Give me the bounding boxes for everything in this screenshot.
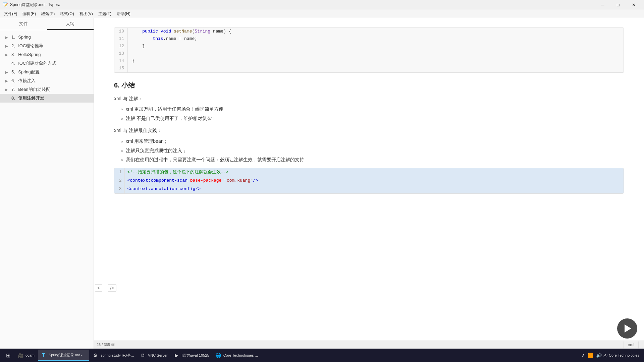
xml-line-code-1: <!--指定要扫描的包，这个包下的注解就会生效--> bbox=[124, 168, 624, 177]
menu-view[interactable]: 视图(V) bbox=[77, 10, 96, 17]
menu-paragraph[interactable]: 段落(P) bbox=[39, 10, 57, 17]
xml-line-num-1: 1 bbox=[114, 168, 124, 177]
tray-volume-icon[interactable]: 🔊 bbox=[595, 352, 602, 359]
menu-edit[interactable]: 编辑(E) bbox=[20, 10, 39, 17]
outline-label-1: 1、Spring bbox=[11, 34, 31, 40]
start-button[interactable]: ⊞ bbox=[2, 349, 14, 361]
arrow-icon-6: ▶ bbox=[5, 79, 9, 83]
xml-line-num-2: 2 bbox=[114, 177, 124, 185]
outline-label-4: 4、IOC创建对象的方式 bbox=[11, 60, 56, 66]
menu-theme[interactable]: 主题(T) bbox=[96, 10, 114, 17]
java-label: [西方java] 19525 bbox=[182, 353, 209, 358]
tab-file[interactable]: 文件 bbox=[0, 18, 47, 30]
tab-outline[interactable]: 大纲 bbox=[47, 18, 94, 30]
sidebar-tabs: 文件 大纲 bbox=[0, 18, 94, 30]
bullet-item-2-3: 我们在使用的过程中，只需要注意一个问题：必须让注解生效，就需要开启注解的支持 bbox=[121, 156, 624, 164]
outline-label-7: 7、Bean的自动装配 bbox=[11, 86, 50, 93]
bullet-list-1: xml 更加万能，适用于任何场合！维护简单方便 注解 不是自己类使用不了，维护相… bbox=[121, 105, 624, 123]
window-controls: ─ □ ✕ bbox=[595, 0, 641, 10]
core-tech-label: Core Technologies ... bbox=[223, 353, 258, 357]
collapse-left-button[interactable]: < bbox=[95, 284, 102, 292]
spring-study-label: spring-study [F:\是... bbox=[101, 353, 134, 358]
collapse-right-button[interactable]: /> bbox=[108, 284, 116, 292]
app-icon: 📝 bbox=[3, 2, 8, 7]
sub-heading-2: xml 与 注解最佳实践： bbox=[114, 127, 624, 135]
arrow-icon-3: ▶ bbox=[5, 53, 9, 57]
xml-code-row-3: 3 <context:annotation-config/> bbox=[114, 185, 624, 193]
code-line-14: 14 } bbox=[114, 57, 624, 65]
tray-time: Core Technologies bbox=[609, 353, 639, 357]
arrow-icon-1: ▶ bbox=[5, 36, 9, 39]
xml-code-row-2: 2 <context:component-scan base-package="… bbox=[114, 177, 624, 185]
code-line-12: 12 } bbox=[114, 43, 624, 50]
java-icon: ▶ bbox=[174, 352, 180, 358]
outline-item-1[interactable]: ▶ 1、Spring bbox=[0, 33, 94, 42]
bullet-list-2: xml 用来管理bean； 注解只负责完成属性的注入； 我们在使用的过程中，只需… bbox=[121, 137, 624, 164]
editor-content[interactable]: 10 public void setName(String name) { 11… bbox=[94, 18, 644, 341]
vnc-label: VNC Server bbox=[148, 353, 168, 357]
tray-ai-label: Ai bbox=[604, 353, 608, 358]
arrow-icon-2: ▶ bbox=[5, 44, 9, 48]
status-left: 26 / 365 词 bbox=[97, 342, 115, 347]
outline-item-5[interactable]: ▶ 5、Spring配置 bbox=[0, 68, 94, 76]
taskbar-app-vnc[interactable]: 🖥 VNC Server bbox=[137, 350, 170, 361]
menu-format[interactable]: 格式(O) bbox=[57, 10, 76, 17]
java-code-block: 10 public void setName(String name) { 11… bbox=[114, 27, 624, 73]
outline-label-3: 3、HelloSpring bbox=[11, 52, 41, 58]
window-title: Spring课堂记录.md - Typora bbox=[10, 2, 60, 8]
status-position: 26 / 365 词 bbox=[97, 342, 115, 347]
code-line-11: 11 this.name = name; bbox=[114, 35, 624, 43]
taskbar: ⊞ 🎥 ocam T Spring课堂记录.md - ... ⚙ spring-… bbox=[0, 349, 644, 362]
sidebar-content: ▶ 1、Spring ▶ 2、IOC理论推导 ▶ 3、HelloSpring 4… bbox=[0, 30, 94, 349]
xml-code-table: 1 <!--指定要扫描的包，这个包下的注解就会生效--> 2 <context:… bbox=[114, 168, 624, 193]
menu-help[interactable]: 帮助(H) bbox=[114, 10, 133, 17]
outline-label-6: 6、依赖注入 bbox=[11, 78, 36, 84]
vnc-icon: 🖥 bbox=[140, 352, 146, 358]
editor-area: 10 public void setName(String name) { 11… bbox=[94, 18, 644, 349]
bullet-item-2-2: 注解只负责完成属性的注入； bbox=[121, 147, 624, 155]
outline-item-3[interactable]: ▶ 3、HelloSpring bbox=[0, 50, 94, 59]
arrow-icon-5: ▶ bbox=[5, 70, 9, 74]
menu-bar: 文件(F) 编辑(E) 段落(P) 格式(O) 视图(V) 主题(T) 帮助(H… bbox=[0, 10, 644, 18]
status-right: xml bbox=[624, 341, 641, 349]
arrow-icon-7: ▶ bbox=[5, 88, 9, 92]
tray-network-icon[interactable]: 📶 bbox=[587, 352, 594, 359]
outline-label-2: 2、IOC理论推导 bbox=[11, 43, 43, 49]
xml-line-code-2: <context:component-scan base-package="co… bbox=[124, 177, 624, 185]
ocam-label: ocam bbox=[25, 353, 35, 357]
xml-code-row-1: 1 <!--指定要扫描的包，这个包下的注解就会生效--> bbox=[114, 168, 624, 177]
section-heading: 6. 小结 bbox=[114, 79, 624, 91]
bullet-item-2-1: xml 用来管理bean； bbox=[121, 137, 624, 145]
tray-icon-1[interactable]: ∧ bbox=[581, 352, 586, 359]
xml-code-block: 1 <!--指定要扫描的包，这个包下的注解就会生效--> 2 <context:… bbox=[114, 168, 624, 193]
maximize-button[interactable]: □ bbox=[610, 0, 626, 10]
outline-item-6[interactable]: ▶ 6、依赖注入 bbox=[0, 76, 94, 85]
xml-line-num-3: 3 bbox=[114, 185, 124, 193]
core-tech-icon: 🌐 bbox=[215, 352, 221, 358]
title-bar-left: 📝 Spring课堂记录.md - Typora bbox=[3, 2, 60, 8]
typora-label: Spring课堂记录.md - ... bbox=[49, 353, 87, 358]
outline-item-2[interactable]: ▶ 2、IOC理论推导 bbox=[0, 42, 94, 50]
video-overlay[interactable] bbox=[617, 318, 637, 339]
ocam-icon: 🎥 bbox=[17, 352, 23, 358]
taskbar-app-spring-study[interactable]: ⚙ spring-study [F:\是... bbox=[90, 350, 137, 361]
taskbar-tray: ∧ 📶 🔊 Ai Core Technologies bbox=[578, 352, 642, 359]
lang-indicator[interactable]: xml bbox=[624, 341, 639, 349]
sub-heading-1: xml 与 注解： bbox=[114, 95, 624, 103]
taskbar-app-typora[interactable]: T Spring课堂记录.md - ... bbox=[38, 350, 89, 361]
outline-item-7[interactable]: ▶ 7、Bean的自动装配 bbox=[0, 85, 94, 94]
close-button[interactable]: ✕ bbox=[626, 0, 641, 10]
bullet-item-1-1: xml 更加万能，适用于任何场合！维护简单方便 bbox=[121, 105, 624, 113]
collapse-controls: < /> bbox=[95, 284, 116, 292]
minimize-button[interactable]: ─ bbox=[595, 0, 610, 10]
code-line-13: 13 bbox=[114, 50, 624, 57]
menu-file[interactable]: 文件(F) bbox=[1, 10, 20, 17]
taskbar-app-java[interactable]: ▶ [西方java] 19525 bbox=[171, 350, 212, 361]
taskbar-app-ocam[interactable]: 🎥 ocam bbox=[15, 350, 37, 361]
spring-study-icon: ⚙ bbox=[93, 352, 99, 358]
outline-item-4[interactable]: 4、IOC创建对象的方式 bbox=[0, 59, 94, 68]
code-line-15: 15 bbox=[114, 65, 624, 72]
outline-label-8: 8、使用注解开发 bbox=[11, 95, 44, 101]
outline-item-8[interactable]: 8、使用注解开发 bbox=[0, 94, 94, 103]
taskbar-app-core-tech[interactable]: 🌐 Core Technologies ... bbox=[213, 350, 261, 361]
